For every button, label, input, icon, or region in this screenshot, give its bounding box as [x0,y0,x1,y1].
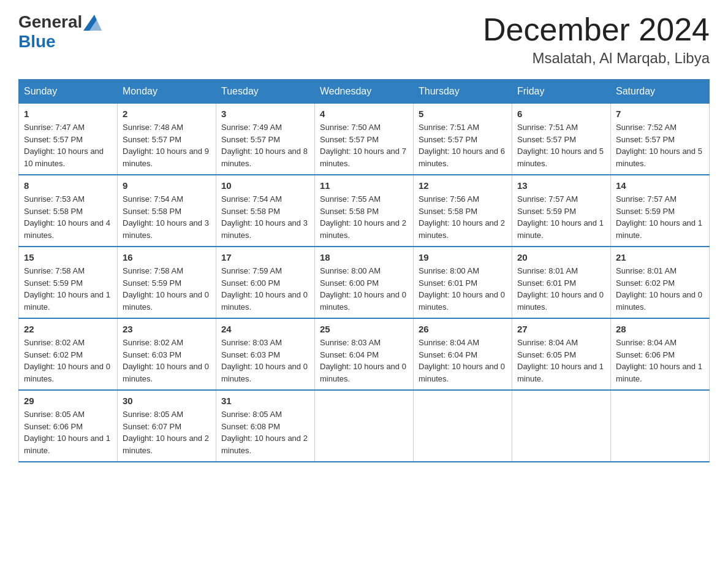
day-info: Sunrise: 8:01 AMSunset: 6:02 PMDaylight:… [616,266,702,312]
day-number: 7 [616,109,704,119]
calendar-cell: 12 Sunrise: 7:56 AMSunset: 5:58 PMDaylig… [414,175,512,247]
day-number: 19 [419,252,507,262]
day-info: Sunrise: 7:54 AMSunset: 5:58 PMDaylight:… [123,194,209,240]
calendar-cell: 22 Sunrise: 8:02 AMSunset: 6:02 PMDaylig… [19,318,118,390]
calendar-cell [414,390,512,462]
calendar-cell: 27 Sunrise: 8:04 AMSunset: 6:05 PMDaylig… [512,318,611,390]
calendar-week-row: 22 Sunrise: 8:02 AMSunset: 6:02 PMDaylig… [19,318,710,390]
location-title: Msalatah, Al Marqab, Libya [483,50,710,67]
calendar-cell: 7 Sunrise: 7:52 AMSunset: 5:57 PMDayligh… [611,104,710,175]
day-number: 3 [221,109,309,119]
calendar-cell [611,390,710,462]
calendar-cell: 2 Sunrise: 7:48 AMSunset: 5:57 PMDayligh… [118,104,216,175]
day-info: Sunrise: 7:51 AMSunset: 5:57 PMDaylight:… [517,123,604,168]
day-info: Sunrise: 8:05 AMSunset: 6:08 PMDaylight:… [221,410,308,455]
calendar-cell: 25 Sunrise: 8:03 AMSunset: 6:04 PMDaylig… [315,318,414,390]
calendar-cell: 17 Sunrise: 7:59 AMSunset: 6:00 PMDaylig… [216,247,315,318]
calendar-header-row: SundayMondayTuesdayWednesdayThursdayFrid… [19,80,710,104]
day-number: 12 [419,180,507,191]
day-number: 13 [517,180,605,191]
weekday-header-friday: Friday [512,80,611,104]
day-info: Sunrise: 7:55 AMSunset: 5:58 PMDaylight:… [320,194,406,240]
month-title: December 2024 [483,12,710,47]
day-number: 30 [123,396,211,406]
day-info: Sunrise: 8:02 AMSunset: 6:02 PMDaylight:… [24,338,110,383]
weekday-header-thursday: Thursday [414,80,512,104]
day-info: Sunrise: 7:49 AMSunset: 5:57 PMDaylight:… [221,123,308,168]
day-number: 26 [419,324,507,334]
day-number: 1 [24,109,112,119]
day-number: 16 [123,252,211,262]
day-info: Sunrise: 7:57 AMSunset: 5:59 PMDaylight:… [616,194,702,240]
calendar-week-row: 1 Sunrise: 7:47 AMSunset: 5:57 PMDayligh… [19,104,710,175]
day-info: Sunrise: 7:52 AMSunset: 5:57 PMDaylight:… [616,123,702,168]
calendar-cell: 11 Sunrise: 7:55 AMSunset: 5:58 PMDaylig… [315,175,414,247]
day-number: 24 [221,324,309,334]
calendar-cell: 24 Sunrise: 8:03 AMSunset: 6:03 PMDaylig… [216,318,315,390]
calendar-cell: 4 Sunrise: 7:50 AMSunset: 5:57 PMDayligh… [315,104,414,175]
calendar-cell: 28 Sunrise: 8:04 AMSunset: 6:06 PMDaylig… [611,318,710,390]
day-number: 6 [517,109,605,119]
day-number: 8 [24,180,112,191]
calendar-week-row: 8 Sunrise: 7:53 AMSunset: 5:58 PMDayligh… [19,175,710,247]
day-number: 27 [517,324,605,334]
calendar-cell: 23 Sunrise: 8:02 AMSunset: 6:03 PMDaylig… [118,318,216,390]
calendar-cell: 18 Sunrise: 8:00 AMSunset: 6:00 PMDaylig… [315,247,414,318]
day-number: 28 [616,324,704,334]
calendar-cell: 14 Sunrise: 7:57 AMSunset: 5:59 PMDaylig… [611,175,710,247]
logo-triangle-icon [83,15,102,31]
day-number: 22 [24,324,112,334]
calendar-cell: 16 Sunrise: 7:58 AMSunset: 5:59 PMDaylig… [118,247,216,318]
day-info: Sunrise: 8:04 AMSunset: 6:06 PMDaylight:… [616,338,702,383]
calendar-cell: 9 Sunrise: 7:54 AMSunset: 5:58 PMDayligh… [118,175,216,247]
day-info: Sunrise: 8:00 AMSunset: 6:00 PMDaylight:… [320,266,406,312]
day-info: Sunrise: 7:59 AMSunset: 6:00 PMDaylight:… [221,266,308,312]
calendar-cell: 8 Sunrise: 7:53 AMSunset: 5:58 PMDayligh… [19,175,118,247]
day-info: Sunrise: 8:03 AMSunset: 6:04 PMDaylight:… [320,338,406,383]
day-info: Sunrise: 8:02 AMSunset: 6:03 PMDaylight:… [123,338,209,383]
day-info: Sunrise: 7:58 AMSunset: 5:59 PMDaylight:… [123,266,209,312]
day-info: Sunrise: 7:56 AMSunset: 5:58 PMDaylight:… [419,194,505,240]
calendar-cell: 10 Sunrise: 7:54 AMSunset: 5:58 PMDaylig… [216,175,315,247]
day-info: Sunrise: 7:48 AMSunset: 5:57 PMDaylight:… [123,123,209,168]
calendar-table: SundayMondayTuesdayWednesdayThursdayFrid… [18,79,710,462]
calendar-cell: 1 Sunrise: 7:47 AMSunset: 5:57 PMDayligh… [19,104,118,175]
calendar-cell: 5 Sunrise: 7:51 AMSunset: 5:57 PMDayligh… [414,104,512,175]
logo: General Blue [18,12,102,52]
day-info: Sunrise: 7:47 AMSunset: 5:57 PMDaylight:… [24,123,104,168]
logo-general-text: General [18,12,82,32]
page-header: General Blue December 2024 Msalatah, Al … [18,12,710,67]
day-info: Sunrise: 7:58 AMSunset: 5:59 PMDaylight:… [24,266,110,312]
calendar-cell: 29 Sunrise: 8:05 AMSunset: 6:06 PMDaylig… [19,390,118,462]
weekday-header-saturday: Saturday [611,80,710,104]
day-info: Sunrise: 8:04 AMSunset: 6:04 PMDaylight:… [419,338,505,383]
calendar-cell: 3 Sunrise: 7:49 AMSunset: 5:57 PMDayligh… [216,104,315,175]
day-info: Sunrise: 7:50 AMSunset: 5:57 PMDaylight:… [320,123,406,168]
calendar-week-row: 29 Sunrise: 8:05 AMSunset: 6:06 PMDaylig… [19,390,710,462]
calendar-cell: 15 Sunrise: 7:58 AMSunset: 5:59 PMDaylig… [19,247,118,318]
calendar-cell [315,390,414,462]
day-number: 10 [221,180,309,191]
weekday-header-tuesday: Tuesday [216,80,315,104]
weekday-header-monday: Monday [118,80,216,104]
day-number: 5 [419,109,507,119]
day-number: 14 [616,180,704,191]
calendar-body: 1 Sunrise: 7:47 AMSunset: 5:57 PMDayligh… [19,104,710,462]
calendar-cell: 21 Sunrise: 8:01 AMSunset: 6:02 PMDaylig… [611,247,710,318]
weekday-header-wednesday: Wednesday [315,80,414,104]
calendar-cell: 31 Sunrise: 8:05 AMSunset: 6:08 PMDaylig… [216,390,315,462]
day-info: Sunrise: 8:05 AMSunset: 6:07 PMDaylight:… [123,410,209,455]
calendar-cell [512,390,611,462]
logo-blue-text: Blue [18,32,56,51]
calendar-cell: 30 Sunrise: 8:05 AMSunset: 6:07 PMDaylig… [118,390,216,462]
day-info: Sunrise: 7:57 AMSunset: 5:59 PMDaylight:… [517,194,604,240]
day-info: Sunrise: 8:00 AMSunset: 6:01 PMDaylight:… [419,266,505,312]
day-info: Sunrise: 8:04 AMSunset: 6:05 PMDaylight:… [517,338,604,383]
weekday-header-sunday: Sunday [19,80,118,104]
day-number: 23 [123,324,211,334]
day-info: Sunrise: 7:54 AMSunset: 5:58 PMDaylight:… [221,194,308,240]
calendar-cell: 13 Sunrise: 7:57 AMSunset: 5:59 PMDaylig… [512,175,611,247]
day-number: 17 [221,252,309,262]
calendar-cell: 26 Sunrise: 8:04 AMSunset: 6:04 PMDaylig… [414,318,512,390]
day-number: 18 [320,252,408,262]
